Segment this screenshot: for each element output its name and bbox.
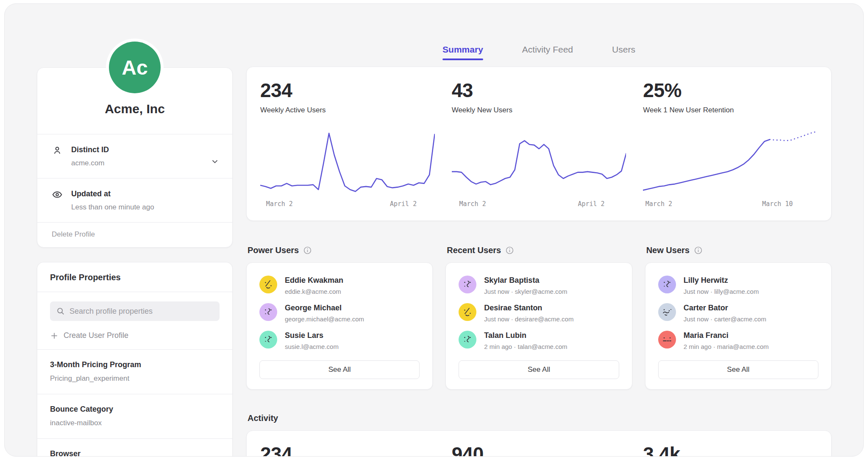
user-row-susie-lars[interactable]: Susie Larssusie.l@acme.com <box>259 331 420 350</box>
user-name: Desirae Stanton <box>484 303 573 313</box>
user-name: Eddie Kwakman <box>285 275 343 285</box>
create-user-profile-button[interactable]: Create User Profile <box>37 321 232 349</box>
profile-field-text: Distinct IDacme.com <box>71 145 109 168</box>
property-value: Pricing_plan_experiment <box>50 374 220 383</box>
user-row-talan-lubin[interactable]: Talan Lubin2 min ago · talan@acme.com <box>459 331 619 350</box>
property-label: Bounce Category <box>50 404 220 414</box>
tab-summary[interactable]: Summary <box>442 45 483 65</box>
company-avatar-initials: Ac <box>122 56 147 79</box>
property-row-bounce-category[interactable]: Bounce Categoryinactive-mailbox <box>37 394 232 438</box>
user-text: George Michaelgeorge.michael@acme.com <box>285 303 364 323</box>
user-list-card: Lilly HerwitzJust now · lilly@acme.comCa… <box>645 262 832 390</box>
company-avatar-circle: Ac <box>109 42 161 93</box>
user-detail: Just now · skyler@acme.com <box>484 288 567 295</box>
user-detail: susie.l@acme.com <box>285 343 339 350</box>
search-row <box>37 292 232 321</box>
user-detail: Just now · carter@acme.com <box>684 315 766 323</box>
axis-tick-start: March 2 <box>266 200 293 208</box>
user-row-lilly-herwitz[interactable]: Lilly HerwitzJust now · lilly@acme.com <box>658 276 818 295</box>
avatar <box>658 331 676 348</box>
chart-axis-labels: March 2April 2 <box>260 200 435 210</box>
tab-label: Users <box>612 45 635 54</box>
profile-field-row-distinct-id[interactable]: Distinct IDacme.com <box>37 134 232 178</box>
profile-properties-card: Profile Properties Create User Profile 3… <box>37 262 233 457</box>
profile-field-label: Updated at <box>71 189 154 199</box>
section-title: Power Users <box>248 245 299 255</box>
search-icon <box>56 307 65 316</box>
user-text: Susie Larssusie.l@acme.com <box>285 331 339 350</box>
property-value: inactive-mailbox <box>50 418 220 428</box>
tab-activity-feed[interactable]: Activity Feed <box>522 45 573 65</box>
section-title: New Users <box>646 245 690 255</box>
user-text: Maria Franci2 min ago · maria@acme.com <box>684 331 769 350</box>
user-name: Skylar Baptista <box>484 275 567 285</box>
info-icon[interactable] <box>505 246 514 255</box>
user-row-desirae-stanton[interactable]: Desirae StantonJust now · desirare@acme.… <box>459 303 619 323</box>
profile-field-label: Distinct ID <box>71 145 109 155</box>
profile-field-text: Updated atLess than one minute ago <box>71 189 154 212</box>
chevron-down-icon[interactable] <box>210 157 220 166</box>
stat-value: 234 <box>260 79 435 102</box>
user-row-eddie-kwakman[interactable]: Eddie Kwakmaneddie.k@acme.com <box>259 276 420 295</box>
profile-field-row-updated-at[interactable]: Updated atLess than one minute ago <box>37 178 232 222</box>
see-all-button[interactable]: See All <box>459 360 619 379</box>
profile-properties-title: Profile Properties <box>37 262 232 292</box>
user-row-carter-bator[interactable]: Carter BatorJust now · carter@acme.com <box>658 303 818 323</box>
user-sections: Power UsersEddie Kwakmaneddie.k@acme.com… <box>246 245 832 390</box>
user-name: Talan Lubin <box>484 330 567 340</box>
avatar <box>459 303 476 321</box>
search-box <box>50 301 220 321</box>
search-input[interactable] <box>70 307 214 316</box>
see-all-button[interactable]: See All <box>658 360 818 379</box>
user-row-skylar-baptista[interactable]: Skylar BaptistaJust now · skyler@acme.co… <box>459 276 619 295</box>
tab-underline <box>612 59 635 60</box>
axis-tick-end: March 10 <box>762 200 793 208</box>
tab-bar: SummaryActivity FeedUsers <box>246 45 832 65</box>
user-name: Carter Bator <box>684 303 766 313</box>
activity-stat-column: 3.4k <box>643 443 818 457</box>
tab-underline <box>522 59 573 60</box>
info-icon[interactable] <box>303 246 312 255</box>
stat-column-weekly-new-users: 43Weekly New UsersMarch 2April 2 <box>452 79 626 210</box>
delete-profile-button[interactable]: Delete Profile <box>52 230 95 238</box>
avatar <box>459 276 476 293</box>
section-new-users: New UsersLilly HerwitzJust now · lilly@a… <box>645 245 832 390</box>
section-recent-users: Recent UsersSkylar BaptistaJust now · sk… <box>445 245 632 390</box>
user-list-card: Eddie Kwakmaneddie.k@acme.comGeorge Mich… <box>246 262 433 390</box>
activity-stat-column: 940 <box>452 443 626 457</box>
tab-users[interactable]: Users <box>612 45 635 65</box>
property-row-3-month-pricing-program[interactable]: 3-Month Pricing ProgramPricing_plan_expe… <box>37 349 232 394</box>
section-header: Power Users <box>246 245 433 255</box>
user-row-george-michael[interactable]: George Michaelgeorge.michael@acme.com <box>259 303 420 323</box>
user-list-card: Skylar BaptistaJust now · skyler@acme.co… <box>445 262 632 390</box>
user-text: Talan Lubin2 min ago · talan@acme.com <box>484 331 567 350</box>
activity-stat-value: 3.4k <box>643 443 818 457</box>
user-name: Lilly Herwitz <box>684 275 759 285</box>
company-avatar: Ac <box>106 39 164 96</box>
avatar <box>259 331 277 348</box>
avatar <box>259 276 277 293</box>
profile-field-list: Distinct IDacme.comUpdated atLess than o… <box>37 134 232 222</box>
activity-stat-value: 234 <box>260 443 435 457</box>
activity-card: 2349403.4k <box>246 430 832 457</box>
property-row-browser[interactable]: BrowserChrome <box>37 438 232 457</box>
person-icon <box>52 145 63 156</box>
stat-value: 43 <box>452 79 626 102</box>
section-title: Recent Users <box>447 245 501 255</box>
axis-tick-start: March 2 <box>459 200 486 208</box>
user-row-maria-franci[interactable]: Maria Franci2 min ago · maria@acme.com <box>658 331 818 350</box>
user-detail: 2 min ago · talan@acme.com <box>484 343 567 350</box>
tab-label: Activity Feed <box>522 45 573 54</box>
eye-icon <box>52 189 63 200</box>
info-icon[interactable] <box>694 246 703 255</box>
section-power-users: Power UsersEddie Kwakmaneddie.k@acme.com… <box>246 245 433 390</box>
delete-profile-row: Delete Profile <box>37 222 232 247</box>
main-panel: SummaryActivity FeedUsers 234Weekly Acti… <box>233 4 832 456</box>
see-all-button[interactable]: See All <box>259 360 420 379</box>
avatar <box>658 276 676 293</box>
tab-underline <box>442 59 483 60</box>
content: Ac Acme, Inc Distinct IDacme.comUpdated … <box>5 4 863 456</box>
plus-icon <box>50 332 58 340</box>
user-name: Maria Franci <box>684 330 769 340</box>
user-name: George Michael <box>285 303 364 313</box>
